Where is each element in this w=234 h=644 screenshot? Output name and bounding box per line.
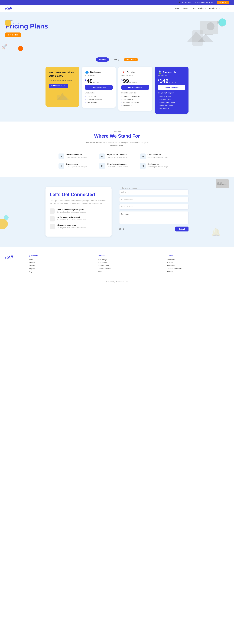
hero-cta-button[interactable]: Get Started [5, 32, 21, 37]
message-textarea[interactable] [119, 211, 188, 224]
nav-header-menu[interactable]: Header & menu ▾ [209, 7, 224, 9]
footer-about-kavi[interactable]: About Kavi [167, 259, 229, 260]
checkmark-icon: › [158, 104, 158, 106]
phone-number: +815.555.5555 [181, 2, 191, 3]
contact-inner: Let's Get Connected Lorem ipsum dolor si… [46, 187, 188, 236]
value-text-1: Expertise & Experienced Fusce sagittis a… [107, 154, 128, 158]
promo-cta-button[interactable]: Get Started Today [48, 84, 68, 88]
footer-service-advertisement[interactable]: Advertisement [98, 264, 160, 266]
promo-illustration [48, 90, 76, 103]
plan-feature: › Lead website [85, 95, 112, 97]
plan-feature: › SEO for top keywords [122, 95, 149, 97]
footer-link-home[interactable]: Home [28, 259, 90, 260]
hero-illustration [180, 16, 224, 50]
value-desc-5: Fusce sagittis at nisl in feugiat [148, 166, 168, 168]
value-title-2: Client centered [148, 154, 168, 156]
plan-feature: › Facebook ads setup [158, 101, 186, 103]
contact-feature-0: Team of the best digital experts Sed fri… [50, 208, 108, 214]
footer-link-blog[interactable]: Blog [28, 270, 90, 272]
monthly-toggle-button[interactable]: Monthly [96, 58, 109, 62]
pro-price-dollar: $ [122, 78, 123, 81]
chevron-down-icon: ▾ [222, 7, 224, 9]
checkmark-icon: › [85, 101, 86, 103]
rocket-decoration: 🚀 [1, 44, 8, 50]
hamburger-icon[interactable]: ≡ [227, 7, 229, 10]
email-input[interactable] [119, 197, 188, 202]
contact-feature-text-2: 15 years of experience Sed fringilla nul… [57, 224, 86, 229]
plan-header-pro: 🔺 Pro plan [122, 70, 149, 74]
checkmark-icon: › [122, 104, 122, 106]
plan-feature: › Custom design [158, 95, 186, 97]
basic-plan-button[interactable]: Get an Estimate [85, 85, 112, 90]
footer-service-marketing[interactable]: Digital marketing [98, 268, 160, 270]
plan-feature: › CMS included [85, 101, 112, 103]
nav-pages[interactable]: Pages ▾ [183, 7, 190, 9]
nav-hero-headers[interactable]: Hero headers ▾ [193, 7, 206, 9]
phone-input[interactable] [119, 204, 188, 210]
checkmark-icon: › [122, 98, 122, 100]
footer-about-innovation[interactable]: Innovation [167, 264, 229, 266]
hero-title: Pricing Plans [5, 22, 57, 30]
footer-service-webdesign[interactable]: Web design [98, 259, 160, 260]
pro-plan-button[interactable]: Get an Estimate [122, 85, 149, 90]
form-footer: 13 + 9 = Submit [119, 226, 188, 232]
contact-yellow-circle [0, 219, 8, 229]
footer-link-services[interactable]: Services [28, 264, 90, 266]
phone-info: 📱 +815.555.5555 [178, 2, 191, 3]
quick-links-title: Quick links [28, 255, 90, 257]
contact-feature-text-0: Team of the best digital experts Sed fri… [57, 208, 86, 213]
basic-plan-for: For beginners [85, 74, 112, 76]
svg-point-6 [217, 21, 220, 24]
footer-link-projects[interactable]: Projects [28, 268, 90, 270]
value-item-2: ⊞ Client centered Fusce sagittis at nisl… [140, 154, 176, 159]
footer-about-privacy[interactable]: Privacy [167, 270, 229, 272]
hero-yellow-circle [5, 20, 12, 26]
basic-price-period: /per month [93, 81, 100, 83]
checkmark-icon: › [85, 95, 86, 97]
plan-header-basic: 🔷 Basic plan [85, 70, 112, 74]
basic-plan-icon: 🔷 [85, 70, 89, 74]
business-plan-button[interactable]: Get an Estimate [158, 85, 186, 90]
contact-feature-title-2: 15 years of experience [57, 224, 86, 226]
contact-left-panel: Let's Get Connected Lorem ipsum dolor si… [46, 187, 112, 236]
submit-button[interactable]: Submit [175, 226, 188, 232]
value-text-4: We value relationships Fusce sagittis at… [107, 163, 128, 168]
footer-service-ecommerce[interactable]: eCommerce [98, 262, 160, 264]
value-text-3: Transparency Fusce sagittis at nisl in f… [66, 163, 87, 168]
pro-plan-icon: 🔺 [122, 70, 125, 74]
svg-point-10 [56, 95, 60, 99]
value-icon-3: ⊞ [58, 163, 64, 169]
value-desc-1: Fusce sagittis at nisl in feugiat [107, 156, 128, 158]
footer-link-about[interactable]: About us [28, 262, 90, 264]
value-item-4: ⊞ We value relationships Fusce sagittis … [99, 163, 135, 169]
value-title-5: Goal oriented [148, 163, 168, 165]
topbar-cta-button[interactable]: Get started [217, 1, 229, 4]
footer-bottom: Designed by Montaniksen.com [5, 279, 229, 283]
email-address: info@mycompany.com [197, 2, 213, 3]
business-plan-price: $ 149 /per month [158, 78, 186, 84]
full-name-input[interactable] [119, 190, 188, 195]
captcha-display: 13 + 9 = [119, 228, 126, 230]
yearly-toggle-button[interactable]: Yearly [111, 58, 122, 62]
footer-about-careers[interactable]: Careers [167, 262, 229, 264]
value-item-5: ⊞ Goal oriented Fusce sagittis at nisl i… [140, 163, 176, 169]
footer-credits: Designed by Montaniksen.com [106, 281, 128, 283]
full-name-group [119, 190, 188, 195]
footer-service-seo[interactable]: SEO [98, 270, 160, 272]
packages-label: Packages [5, 20, 57, 22]
svg-point-2 [207, 22, 214, 30]
svg-point-7 [221, 25, 223, 27]
value-text-0: We are committed Fusce sagittis at nisl … [66, 154, 87, 158]
nav-home[interactable]: Home [174, 7, 179, 9]
chevron-down-icon: ▾ [205, 7, 206, 9]
promo-title: We make websites come alive [48, 71, 76, 78]
contact-feature-2: 15 years of experience Sed fringilla nul… [50, 224, 108, 229]
checkmark-icon: › [85, 98, 86, 100]
footer-about-terms[interactable]: Terms & conditions [167, 268, 229, 270]
promo-subtitle: Let's launch your website today [48, 80, 76, 81]
contact-title: Let's Get Connected [50, 192, 108, 197]
value-icon-2: ⊞ [140, 154, 146, 159]
plan-header-business: 🍃 Business plan [158, 70, 186, 74]
pro-price-period: /per month [129, 81, 137, 83]
basic-price-amount: 49 [86, 78, 93, 84]
